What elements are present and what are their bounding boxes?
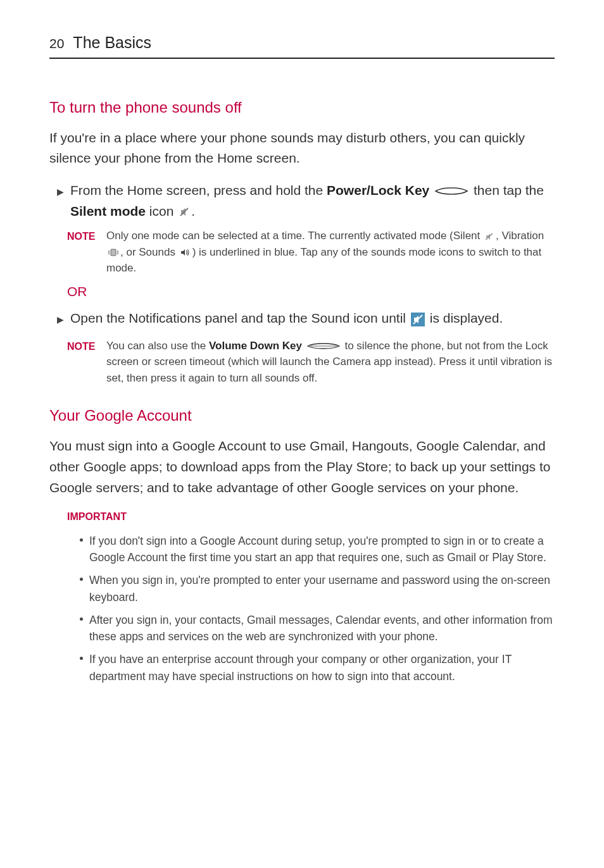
intro-paragraph: If you're in a place where your phone so… xyxy=(49,128,555,169)
important-item: When you sign in, you're prompted to ent… xyxy=(80,572,555,605)
google-intro-paragraph: You must sign into a Google Account to u… xyxy=(49,436,555,498)
step-2: ▶ Open the Notifications panel and tap t… xyxy=(57,308,555,329)
bullet-dot-icon xyxy=(80,657,83,660)
silent-icon xyxy=(484,232,494,241)
sound-notification-icon xyxy=(411,313,425,326)
bullet-arrow-icon: ▶ xyxy=(57,313,64,329)
important-label: IMPORTANT xyxy=(67,509,555,525)
sound-icon xyxy=(180,248,191,257)
note-text: You can also use the Volume Down Key to … xyxy=(106,338,555,387)
svg-rect-2 xyxy=(111,249,116,256)
bullet-dot-icon xyxy=(80,578,83,581)
vibration-icon xyxy=(108,248,119,257)
volume-down-key-icon xyxy=(306,342,341,350)
section-heading-sounds-off: To turn the phone sounds off xyxy=(49,96,555,119)
chapter-title: The Basics xyxy=(73,30,151,55)
note-label: NOTE xyxy=(67,338,106,387)
silent-mode-icon xyxy=(179,206,190,218)
note-text: Only one mode can be selected at a time.… xyxy=(106,228,555,276)
bullet-arrow-icon: ▶ xyxy=(57,185,64,221)
or-divider: OR xyxy=(67,282,555,302)
step-text: Open the Notifications panel and tap the… xyxy=(70,308,503,329)
power-lock-key-icon xyxy=(434,187,469,195)
note-1: NOTE Only one mode can be selected at a … xyxy=(67,228,555,276)
important-item: After you sign in, your contacts, Gmail … xyxy=(80,612,555,645)
step-text: From the Home screen, press and hold the… xyxy=(70,180,555,221)
page-number: 20 xyxy=(49,34,64,54)
note-label: NOTE xyxy=(67,228,106,276)
step-1: ▶ From the Home screen, press and hold t… xyxy=(57,180,555,221)
page-header: 20 The Basics xyxy=(49,30,555,59)
bullet-dot-icon xyxy=(80,538,83,542)
note-2: NOTE You can also use the Volume Down Ke… xyxy=(67,338,555,387)
important-item: If you don't sign into a Google Account … xyxy=(80,533,555,566)
section-heading-google-account: Your Google Account xyxy=(49,404,555,427)
important-item: If you have an enterprise account throug… xyxy=(80,651,555,685)
bullet-dot-icon xyxy=(80,617,83,621)
